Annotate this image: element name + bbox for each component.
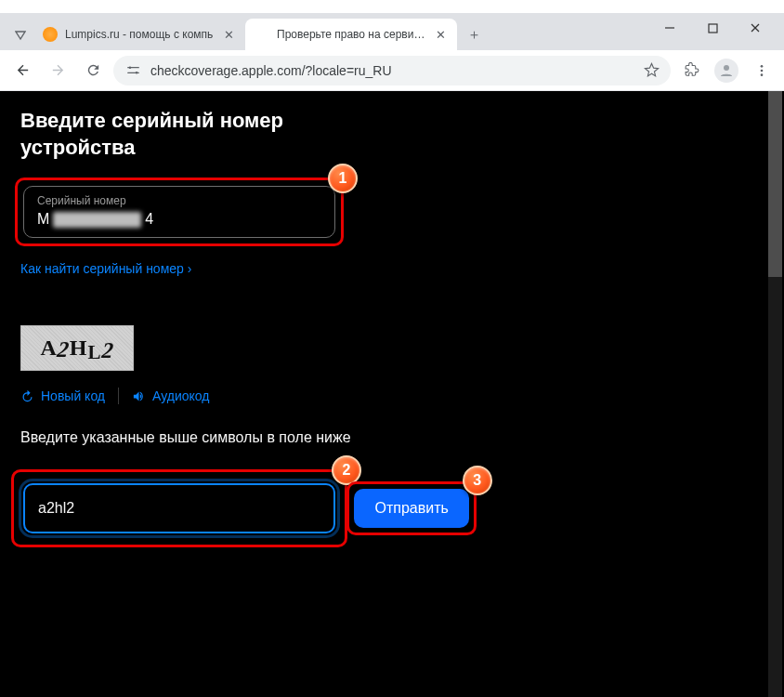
captcha-image: A2HL2: [20, 325, 134, 371]
annotation-highlight-3: 3 Отправить: [346, 481, 476, 535]
annotation-highlight-1: 1 Серийный номер M4: [15, 178, 344, 246]
extensions-button[interactable]: [676, 56, 706, 85]
svg-point-8: [724, 65, 729, 71]
tab-search-button[interactable]: [7, 22, 33, 50]
captcha-instruction: Введите указанные выше символы в поле ни…: [20, 427, 355, 448]
serial-number-field[interactable]: Серийный номер M4: [23, 186, 335, 238]
audio-icon: [132, 389, 146, 403]
svg-point-9: [761, 65, 764, 68]
annotation-badge-3: 3: [463, 466, 492, 495]
svg-point-11: [761, 73, 764, 76]
menu-button[interactable]: [747, 56, 777, 85]
annotation-highlight-2: 2 a2hl2: [11, 469, 347, 547]
captcha-input[interactable]: a2hl2: [23, 483, 335, 533]
url-text: checkcoverage.apple.com/?locale=ru_RU: [150, 63, 634, 78]
window-controls: [648, 13, 777, 43]
browser-tab-lumpics[interactable]: Lumpics.ru - помощь с компь ✕: [33, 19, 245, 50]
chevron-right-icon: ›: [188, 261, 192, 276]
captcha-actions: Новый код Аудиокод: [20, 388, 764, 404]
window-titlebar: [0, 0, 784, 13]
page-title: Введите серийный номер устройства: [20, 108, 355, 161]
annotation-badge-1: 1: [328, 164, 358, 193]
svg-rect-7: [127, 72, 139, 73]
avatar-icon: [714, 59, 738, 83]
svg-rect-1: [709, 24, 717, 33]
browser-tabstrip: Lumpics.ru - помощь с компь ✕ Проверьте …: [0, 13, 784, 50]
nav-reload-button[interactable]: [78, 56, 108, 85]
bookmark-star-icon[interactable]: [644, 62, 660, 78]
favicon-orange-icon: [43, 27, 58, 42]
window-minimize-button[interactable]: [648, 13, 691, 43]
nav-back-button[interactable]: [7, 56, 37, 85]
svg-point-10: [761, 69, 764, 72]
tab-close-button[interactable]: ✕: [433, 27, 448, 42]
captcha-input-value: a2hl2: [38, 500, 74, 517]
site-settings-icon[interactable]: [124, 62, 141, 79]
vertical-scrollbar-thumb[interactable]: [768, 91, 782, 277]
serial-number-value: M4: [37, 211, 321, 228]
serial-number-label: Серийный номер: [37, 194, 321, 207]
window-maximize-button[interactable]: [691, 13, 734, 43]
tab-title: Lumpics.ru - помощь с компь: [65, 28, 214, 41]
nav-forward-button[interactable]: [43, 56, 72, 85]
refresh-icon: [20, 389, 34, 403]
browser-toolbar: checkcoverage.apple.com/?locale=ru_RU: [0, 50, 784, 91]
submit-button[interactable]: Отправить: [354, 489, 468, 528]
separator: [118, 388, 119, 404]
find-serial-link[interactable]: Как найти серийный номер ›: [20, 261, 192, 276]
profile-button[interactable]: [712, 56, 741, 85]
page-content: Введите серийный номер устройства 1 Сери…: [0, 91, 784, 697]
tab-title: Проверьте право на сервисно: [277, 28, 425, 41]
new-captcha-link[interactable]: Новый код: [20, 388, 105, 403]
new-tab-button[interactable]: ＋: [461, 21, 487, 47]
browser-tab-apple-coverage[interactable]: Проверьте право на сервисно ✕: [245, 19, 457, 50]
tab-close-button[interactable]: ✕: [221, 27, 236, 42]
window-close-button[interactable]: [734, 13, 777, 43]
favicon-apple-icon: [255, 27, 269, 42]
redacted-serial-icon: [53, 212, 141, 228]
audio-captcha-link[interactable]: Аудиокод: [132, 388, 209, 403]
svg-rect-6: [127, 67, 139, 68]
address-bar[interactable]: checkcoverage.apple.com/?locale=ru_RU: [113, 56, 671, 85]
